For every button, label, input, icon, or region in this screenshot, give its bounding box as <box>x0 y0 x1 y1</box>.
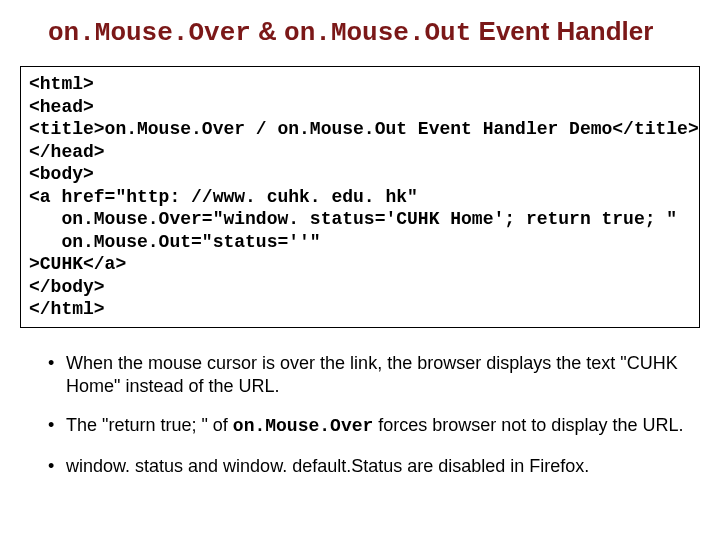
slide-title: on.Mouse.Over & on.Mouse.Out Event Handl… <box>48 16 702 48</box>
list-item: When the mouse cursor is over the link, … <box>48 352 684 399</box>
title-code-2: on.Mouse.Out <box>284 18 471 48</box>
bullet-text: window. status and window. default.Statu… <box>66 456 589 476</box>
slide: on.Mouse.Over & on.Mouse.Out Event Handl… <box>0 0 720 478</box>
title-code-1: on.Mouse.Over <box>48 18 251 48</box>
bullet-list: When the mouse cursor is over the link, … <box>18 352 702 479</box>
list-item: window. status and window. default.Statu… <box>48 455 684 478</box>
title-tail: Event Handler <box>471 16 653 46</box>
list-item: The "return true; " of on.Mouse.Over for… <box>48 414 684 438</box>
code-block: <html> <head> <title>on.Mouse.Over / on.… <box>20 66 700 328</box>
bullet-inline-code: on.Mouse.Over <box>233 416 373 436</box>
title-separator: & <box>251 16 284 46</box>
bullet-text-post: forces browser not to display the URL. <box>373 415 683 435</box>
bullet-text: When the mouse cursor is over the link, … <box>66 353 678 396</box>
bullet-text-pre: The "return true; " of <box>66 415 233 435</box>
